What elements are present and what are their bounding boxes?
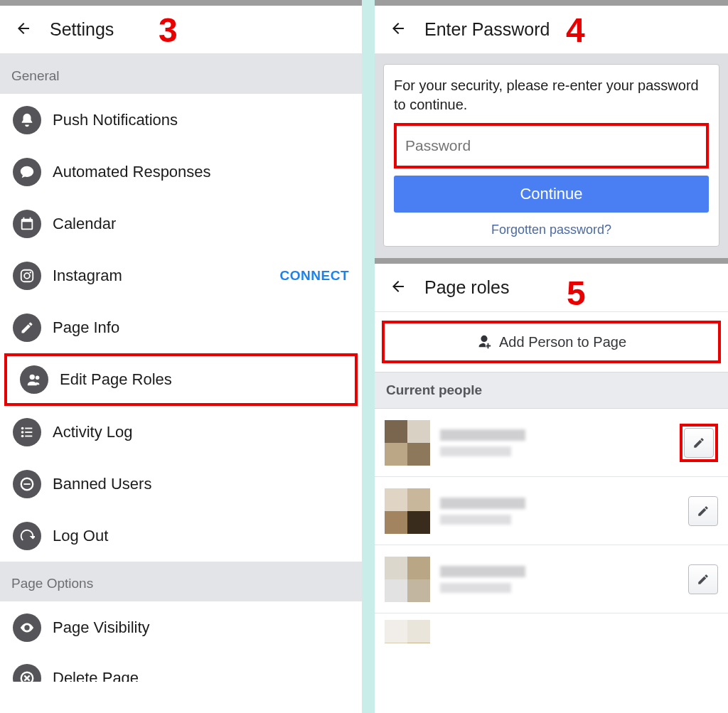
right-column: Enter Password 4 For your security, plea… [375, 0, 728, 713]
edit-person-button[interactable] [688, 496, 718, 526]
arrow-left-icon [390, 278, 407, 295]
settings-item-edit-page-roles[interactable]: Edit Page Roles [7, 356, 355, 403]
password-input[interactable] [397, 126, 706, 166]
svg-point-7 [21, 431, 24, 434]
item-label: Automated Responses [53, 163, 349, 181]
status-bar [0, 0, 362, 6]
eye-icon [13, 613, 41, 642]
item-label: Push Notifications [53, 111, 349, 129]
pencil-icon [13, 313, 41, 342]
svg-point-2 [30, 272, 31, 273]
person-meta [440, 498, 688, 525]
add-person-label: Add Person to Page [499, 334, 626, 350]
bell-icon [13, 106, 41, 134]
current-people-header: Current people [375, 372, 728, 409]
item-label: Page Visibility [53, 618, 349, 637]
person-row[interactable] [375, 409, 728, 477]
highlight-edit-page-roles: Edit Page Roles [4, 353, 358, 406]
settings-header: Settings [0, 6, 362, 54]
calendar-icon [13, 210, 41, 238]
settings-item-page-visibility[interactable]: Page Visibility [0, 601, 362, 653]
status-bar [375, 258, 728, 264]
edit-person-button[interactable] [684, 428, 714, 458]
back-button[interactable] [387, 278, 409, 298]
item-label: Delete Page [53, 669, 349, 682]
settings-item-log-out[interactable]: Log Out [0, 510, 362, 562]
highlight-add-person: Add Person to Page [382, 321, 721, 363]
person-meta [440, 566, 688, 593]
password-area: For your security, please re-enter your … [375, 54, 728, 258]
edit-person-button[interactable] [688, 564, 718, 594]
continue-button[interactable]: Continue [394, 176, 709, 213]
person-row[interactable] [375, 613, 728, 643]
list-icon [13, 418, 41, 446]
add-person-button[interactable]: Add Person to Page [382, 321, 721, 363]
step-number-3: 3 [159, 11, 178, 50]
pencil-icon [697, 573, 710, 586]
settings-item-page-info[interactable]: Page Info [0, 301, 362, 353]
back-button[interactable] [13, 20, 34, 40]
instagram-icon [13, 262, 41, 290]
arrow-left-icon [15, 20, 32, 37]
settings-item-push-notifications[interactable]: Push Notifications [0, 94, 362, 146]
person-add-icon [476, 334, 492, 350]
svg-rect-8 [25, 431, 32, 433]
item-label: Log Out [53, 527, 349, 545]
settings-item-calendar[interactable]: Calendar [0, 198, 362, 250]
page-title: Page roles [424, 277, 510, 298]
people-icon [20, 365, 48, 394]
svg-point-13 [21, 672, 33, 682]
pencil-icon [692, 436, 705, 449]
password-header: Enter Password [375, 6, 728, 54]
section-page-options: Page Options [0, 562, 362, 601]
item-label: Banned Users [53, 475, 349, 493]
svg-rect-10 [25, 435, 32, 436]
status-bar [375, 0, 728, 6]
item-label: Calendar [53, 215, 349, 233]
item-label: Instagram [53, 267, 280, 285]
step-number-5: 5 [567, 274, 586, 313]
connect-button[interactable]: CONNECT [280, 268, 349, 284]
avatar [385, 420, 430, 466]
svg-rect-0 [21, 269, 33, 282]
avatar [385, 488, 430, 534]
highlight-password-input [394, 123, 709, 168]
page-roles-screen: Add Person to Page Current people [375, 321, 728, 643]
item-label: Activity Log [53, 423, 349, 441]
logout-icon [13, 522, 41, 550]
page-title: Enter Password [424, 19, 550, 40]
svg-point-5 [21, 427, 24, 429]
item-label: Page Info [53, 318, 349, 337]
page-roles-header: Page roles [375, 264, 728, 312]
avatar [385, 557, 430, 602]
person-row[interactable] [375, 545, 728, 613]
minus-circle-icon [13, 470, 41, 498]
svg-rect-12 [23, 483, 30, 485]
pencil-icon [697, 505, 710, 518]
svg-point-1 [24, 273, 30, 279]
password-card: For your security, please re-enter your … [383, 64, 719, 247]
back-button[interactable] [387, 20, 409, 40]
settings-item-activity-log[interactable]: Activity Log [0, 406, 362, 458]
x-circle-icon [13, 664, 41, 682]
arrow-left-icon [390, 20, 407, 37]
item-label: Edit Page Roles [60, 370, 342, 389]
svg-point-9 [21, 434, 24, 437]
person-row[interactable] [375, 477, 728, 545]
section-general: General [0, 54, 362, 94]
chat-icon [13, 158, 41, 186]
svg-point-4 [36, 376, 40, 380]
settings-item-instagram[interactable]: Instagram CONNECT [0, 250, 362, 301]
svg-rect-6 [25, 427, 32, 429]
person-meta [440, 429, 680, 456]
settings-screen: Settings 3 General Push Notifications Au… [0, 0, 362, 713]
settings-item-banned-users[interactable]: Banned Users [0, 458, 362, 510]
highlight-edit-person [680, 424, 718, 462]
settings-item-automated-responses[interactable]: Automated Responses [0, 146, 362, 198]
avatar [385, 620, 430, 643]
password-message: For your security, please re-enter your … [394, 76, 709, 114]
settings-item-delete-page[interactable]: Delete Page [0, 653, 362, 682]
forgotten-password-link[interactable]: Forgotten password? [394, 223, 709, 237]
svg-point-3 [30, 375, 35, 380]
page-title: Settings [50, 19, 114, 40]
